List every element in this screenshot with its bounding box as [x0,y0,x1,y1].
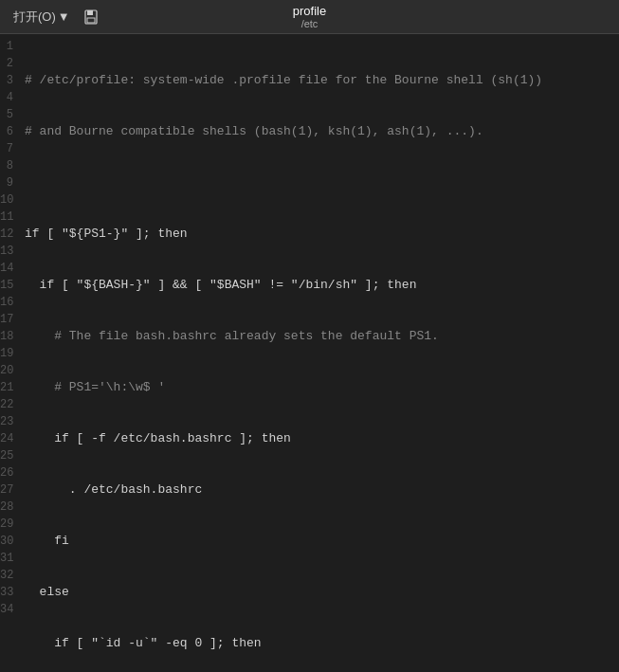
code-line: # PS1='\h:\w$ ' [25,379,619,396]
toolbar-left: 打开(O) ▼ [0,5,110,29]
file-path: /etc [293,18,326,29]
line-number: 18 [0,328,13,345]
code-line: else [25,584,619,601]
line-number: 16 [0,294,13,311]
line-number: 25 [0,447,13,464]
line-number: 23 [0,413,13,430]
line-number: 15 [0,277,13,294]
line-number: 8 [0,157,13,174]
line-numbers: 1 2 3 4 5 6 7 8 9 10 11 12 13 14 15 16 1… [0,34,17,672]
save-icon[interactable] [80,6,102,28]
line-number: 4 [0,89,13,106]
code-line: # and Bourne compatible shells (bash(1),… [25,123,619,140]
window-title: profile /etc [293,4,326,29]
line-number: 26 [0,464,13,481]
code-line: if [ "${BASH-}" ] && [ "$BASH" != "/bin/… [25,277,619,294]
line-number: 1 [0,38,13,55]
file-name: profile [293,4,326,18]
line-number: 12 [0,226,13,243]
app-window: 打开(O) ▼ profile /etc 1 2 3 4 5 6 [0,0,619,672]
line-number: 34 [0,601,13,618]
line-number: 32 [0,567,13,584]
open-menu-label: 打开(O) [13,9,56,26]
svg-rect-1 [87,10,93,15]
code-line: if [ -f /etc/bash.bashrc ]; then [25,430,619,447]
line-number: 14 [0,260,13,277]
line-number: 3 [0,72,13,89]
line-number: 20 [0,362,13,379]
line-number: 29 [0,516,13,533]
line-number: 11 [0,209,13,226]
line-number: 30 [0,533,13,550]
line-number: 7 [0,140,13,157]
line-number: 13 [0,243,13,260]
line-number: 17 [0,311,13,328]
code-line: # /etc/profile: system-wide .profile fil… [25,72,619,89]
code-line: if [ "`id -u`" -eq 0 ]; then [25,635,619,652]
line-number: 2 [0,55,13,72]
dropdown-arrow-icon: ▼ [58,9,70,24]
line-number: 22 [0,396,13,413]
line-number: 27 [0,481,13,499]
line-number: 21 [0,379,13,396]
code-line [25,174,619,191]
title-bar: 打开(O) ▼ profile /etc [0,0,619,34]
line-number: 19 [0,345,13,362]
line-number: 10 [0,191,13,209]
code-line: fi [25,533,619,550]
code-editor[interactable]: # /etc/profile: system-wide .profile fil… [17,34,619,672]
code-line: . /etc/bash.bashrc [25,481,619,499]
code-line: if [ "${PS1-}" ]; then [25,226,619,243]
line-number: 6 [0,123,13,140]
line-number: 9 [0,174,13,191]
line-number: 28 [0,499,13,516]
line-number: 33 [0,584,13,601]
line-number: 5 [0,106,13,123]
code-line: # The file bash.bashrc already sets the … [25,328,619,345]
open-menu-button[interactable]: 打开(O) ▼ [8,5,76,29]
line-number: 31 [0,550,13,567]
line-number: 24 [0,430,13,447]
editor-area: 1 2 3 4 5 6 7 8 9 10 11 12 13 14 15 16 1… [0,34,619,672]
svg-rect-2 [87,18,95,23]
